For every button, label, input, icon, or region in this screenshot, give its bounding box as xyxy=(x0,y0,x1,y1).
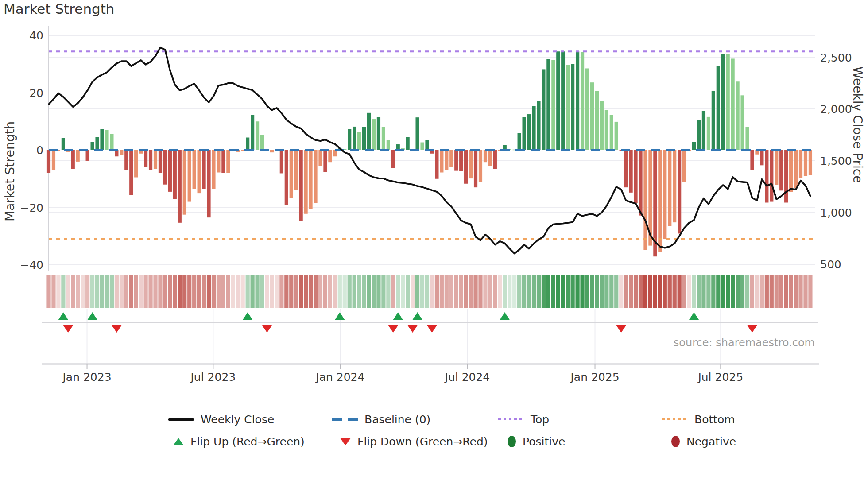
heatmap-cell xyxy=(251,275,255,308)
strength-bar xyxy=(353,127,356,150)
y-left-tick-label: −40 xyxy=(20,259,43,271)
heatmap-cell xyxy=(701,275,705,308)
strength-bar xyxy=(241,150,244,151)
heatmap-cell xyxy=(770,275,774,308)
strength-bar xyxy=(95,137,99,150)
heatmap-cell xyxy=(678,275,682,308)
heatmap-cell xyxy=(46,275,50,308)
heatmap-cell xyxy=(115,275,119,308)
heatmap-cell xyxy=(318,275,322,308)
heatmap-cell xyxy=(309,275,313,308)
heatmap-cell xyxy=(561,275,565,308)
heatmap-cell xyxy=(279,275,283,308)
heatmap-cell xyxy=(512,275,516,308)
heatmap-cell xyxy=(595,275,599,308)
strength-bar xyxy=(537,101,540,150)
strength-bar xyxy=(251,115,254,150)
strength-bar xyxy=(47,150,50,173)
strength-bar xyxy=(304,150,308,214)
strength-bar xyxy=(542,69,545,150)
heatmap-cell xyxy=(270,275,274,308)
flip-up-marker-icon xyxy=(689,312,699,320)
strength-bar xyxy=(561,51,565,150)
heatmap-cell xyxy=(542,275,546,308)
x-tick-label: Jul 2023 xyxy=(190,371,236,383)
strength-bar xyxy=(454,150,458,171)
heatmap-cell xyxy=(255,275,259,308)
strength-bar xyxy=(415,117,419,150)
heatmap-cell xyxy=(158,275,162,308)
heatmap-cell xyxy=(207,275,211,308)
strength-bar xyxy=(406,137,410,150)
strength-bar xyxy=(357,132,361,150)
heatmap-cell xyxy=(328,275,332,308)
flip-down-marker-icon xyxy=(388,325,398,333)
strength-bar xyxy=(256,121,259,150)
strength-bar xyxy=(294,150,298,190)
heatmap-cell xyxy=(323,275,327,308)
heatmap-cell xyxy=(406,275,410,308)
strength-bar xyxy=(362,127,366,150)
heatmap-cell xyxy=(745,275,749,308)
heatmap-cell xyxy=(314,275,318,308)
heatmap-cell xyxy=(304,275,308,308)
heatmap-cell xyxy=(284,275,288,308)
strength-bar xyxy=(425,140,429,150)
heatmap-cell xyxy=(56,275,60,308)
heatmap-cell xyxy=(51,275,55,308)
heatmap-cell xyxy=(411,275,415,308)
heatmap-cell xyxy=(353,275,356,308)
right-axis-title: Weekly Close Price xyxy=(850,66,865,252)
heatmap-cell xyxy=(493,275,497,308)
heatmap-cell xyxy=(76,275,80,308)
y-right-tick-label: 1,500 xyxy=(820,155,852,167)
strength-bar xyxy=(168,150,172,192)
y-right-tick-label: 500 xyxy=(820,258,841,271)
heatmap-cell xyxy=(731,275,735,308)
y-right-tick-label: 1,000 xyxy=(820,206,852,219)
flip-up-marker-icon xyxy=(413,312,422,320)
heatmap-cell xyxy=(682,275,686,308)
heatmap-cell xyxy=(532,275,536,308)
strength-bar xyxy=(692,142,696,150)
strength-bar xyxy=(765,150,768,202)
strength-bar xyxy=(571,64,574,150)
heatmap-cell xyxy=(415,275,419,308)
strength-bar xyxy=(789,150,793,192)
heatmap-cell xyxy=(357,275,361,308)
left-axis-title: Market Strength xyxy=(3,71,17,221)
heatmap-cell xyxy=(348,275,352,308)
heatmap-cell xyxy=(692,275,696,308)
strength-bar xyxy=(435,150,438,179)
strength-bar xyxy=(717,66,720,150)
heatmap-cell xyxy=(110,275,114,308)
strength-bar xyxy=(105,130,108,150)
strength-bar xyxy=(323,150,327,172)
heatmap-cell xyxy=(673,275,677,308)
heatmap-cell xyxy=(144,275,148,308)
heatmap-cell xyxy=(551,275,555,308)
strength-bar xyxy=(624,150,628,187)
strength-bar xyxy=(149,150,152,170)
strength-bar xyxy=(809,150,812,175)
heatmap-cell xyxy=(575,275,579,308)
strength-bar xyxy=(532,106,535,150)
heatmap-cell xyxy=(614,275,618,308)
heatmap-cell xyxy=(736,275,740,308)
x-tick-label: Jul 2025 xyxy=(697,371,743,383)
heatmap-cell xyxy=(760,275,764,308)
strength-bar xyxy=(566,65,570,150)
strength-bar xyxy=(188,150,191,202)
y-right-tick-label: 2,500 xyxy=(820,51,852,64)
heatmap-cell xyxy=(221,275,225,308)
strength-bar xyxy=(600,101,604,150)
strength-bar xyxy=(556,51,560,150)
strength-bar xyxy=(712,91,715,150)
heatmap-cell xyxy=(420,275,424,308)
heatmap-cell xyxy=(653,275,657,308)
strength-bar xyxy=(775,150,778,185)
strength-bar xyxy=(445,150,448,170)
heatmap-cell xyxy=(697,275,701,308)
strength-bar xyxy=(770,150,773,202)
heatmap-cell xyxy=(706,275,710,308)
